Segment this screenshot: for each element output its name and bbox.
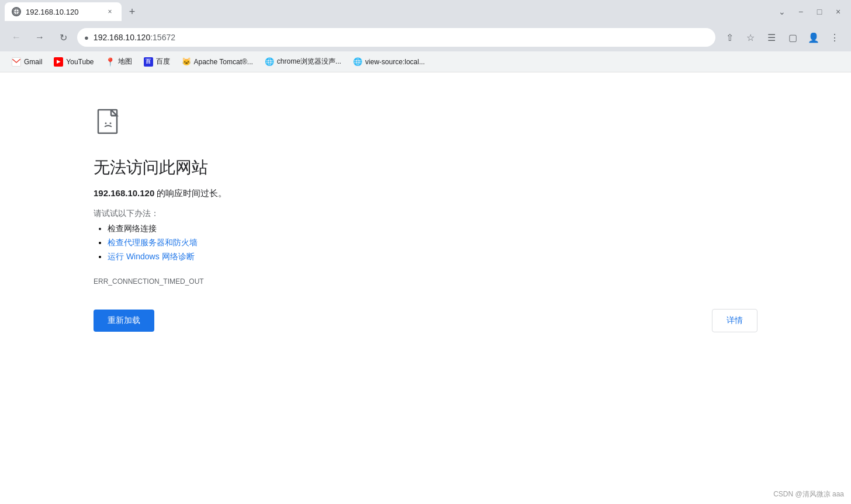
bookmark-view-source-label: view-source:local... [365, 58, 425, 66]
title-bar: 192.168.10.120 × + ⌄ − □ × [0, 0, 851, 23]
address-actions: ⇧ ☆ ☰ ▢ 👤 ⋮ [720, 28, 844, 47]
address-bar: ← → ↻ ● 192.168.10.120:15672 ⇧ ☆ ☰ ▢ 👤 ⋮ [0, 23, 851, 51]
tab-favicon [12, 7, 21, 16]
tab-title: 192.168.10.120 [26, 8, 101, 16]
suggestion-run-diag: 运行 Windows 网络诊断 [108, 252, 198, 262]
bookmark-youtube[interactable]: ▶ YouTube [49, 55, 98, 69]
page-content: 无法访问此网站 192.168.10.120 的响应时间过长。 请试试以下办法：… [0, 72, 851, 504]
bookmark-youtube-label: YouTube [66, 58, 94, 66]
error-subtitle-text: 的响应时间过长。 [154, 188, 227, 198]
reload-button[interactable]: ↻ [54, 28, 72, 47]
error-heading: 无法访问此网站 [94, 157, 208, 179]
run-diag-link[interactable]: 运行 Windows 网络诊断 [108, 252, 195, 261]
minimize-button[interactable]: − [793, 4, 809, 20]
reload-page-button[interactable]: 重新加载 [94, 310, 154, 332]
error-code: ERR_CONNECTION_TIMED_OUT [94, 277, 204, 286]
bookmark-baidu-label: 百度 [156, 57, 170, 67]
url-display: 192.168.10.120:15672 [94, 33, 708, 42]
suggestion-check-network: 检查网络连接 [108, 224, 198, 234]
view-source-icon: 🌐 [353, 57, 362, 67]
bookmark-chrome-sound-label: chrome浏览器没声... [277, 57, 341, 67]
bookmark-tomcat[interactable]: 🐱 Apache Tomcat®... [177, 55, 258, 69]
bookmark-gmail[interactable]: Gmail [7, 55, 47, 69]
back-button[interactable]: ← [7, 28, 26, 47]
gmail-icon [12, 57, 21, 67]
maps-icon: 📍 [106, 57, 115, 67]
error-icon-container [94, 107, 126, 142]
new-tab-button[interactable]: + [124, 4, 140, 20]
error-page-icon [94, 107, 126, 140]
bookmark-baidu[interactable]: 百 百度 [139, 54, 175, 69]
try-methods-label: 请试试以下办法： [94, 208, 159, 219]
maximize-button[interactable]: □ [811, 4, 828, 20]
check-proxy-link[interactable]: 检查代理服务器和防火墙 [108, 238, 198, 247]
youtube-icon: ▶ [54, 57, 63, 67]
watermark: CSDN @清风微凉 aaa [773, 489, 844, 499]
menu-button[interactable]: ⋮ [825, 28, 844, 47]
error-subtitle: 192.168.10.120 的响应时间过长。 [94, 188, 227, 199]
svg-point-8 [110, 123, 112, 124]
url-bar[interactable]: ● 192.168.10.120:15672 [77, 28, 715, 47]
chrome-sound-icon: 🌐 [265, 57, 274, 67]
bookmark-list-button[interactable]: ☰ [762, 28, 781, 47]
bookmark-gmail-label: Gmail [24, 58, 42, 66]
bookmark-view-source[interactable]: 🌐 view-source:local... [348, 55, 430, 69]
split-screen-button[interactable]: ▢ [783, 28, 802, 47]
close-window-button[interactable]: × [830, 4, 846, 20]
share-button[interactable]: ⇧ [720, 28, 739, 47]
baidu-icon: 百 [144, 57, 153, 67]
bookmarks-bar: Gmail ▶ YouTube 📍 地图 百 百度 🐱 Apache Tomca… [0, 51, 851, 72]
error-suggestions-list: 检查网络连接 检查代理服务器和防火墙 运行 Windows 网络诊断 [108, 224, 198, 266]
tab-close-button[interactable]: × [105, 7, 115, 16]
browser-tab[interactable]: 192.168.10.120 × [5, 2, 122, 21]
bookmark-chrome-sound[interactable]: 🌐 chrome浏览器没声... [260, 54, 346, 69]
window-controls: ⌄ − □ × [774, 4, 846, 20]
tomcat-icon: 🐱 [182, 57, 191, 67]
suggestion-check-proxy: 检查代理服务器和防火墙 [108, 238, 198, 248]
chevron-down-button[interactable]: ⌄ [774, 4, 790, 20]
url-host: 192.168.10.120 [94, 33, 150, 42]
bookmark-tomcat-label: Apache Tomcat®... [194, 58, 253, 66]
url-security-icon: ● [84, 33, 89, 42]
error-ip: 192.168.10.120 [94, 188, 154, 198]
url-port: :15672 [150, 33, 175, 42]
svg-point-7 [105, 123, 107, 124]
bookmark-star-button[interactable]: ☆ [741, 28, 760, 47]
bookmark-maps-label: 地图 [118, 57, 132, 67]
details-button[interactable]: 详情 [712, 309, 757, 332]
bookmark-maps[interactable]: 📍 地图 [101, 54, 137, 69]
profile-button[interactable]: 👤 [804, 28, 823, 47]
forward-button[interactable]: → [30, 28, 49, 47]
action-buttons-row: 重新加载 详情 [94, 309, 757, 332]
